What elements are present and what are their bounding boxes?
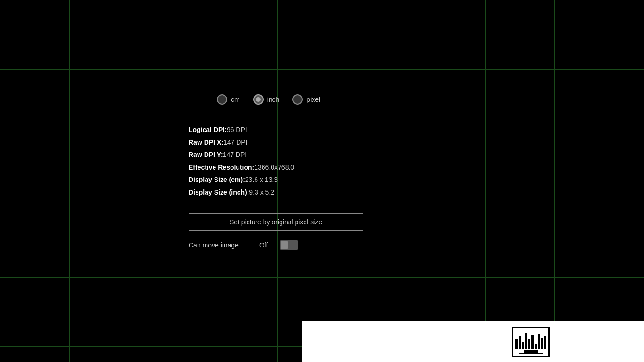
raw-dpi-y-label: Raw DPI Y: bbox=[189, 151, 223, 158]
can-move-image-row: Can move image Off bbox=[189, 240, 471, 250]
display-size-cm-label: Display Size (cm): bbox=[189, 176, 245, 183]
radio-inch-circle bbox=[253, 94, 264, 105]
bottom-panel bbox=[302, 321, 644, 362]
display-size-inch-value: 9.3 x 5.2 bbox=[249, 189, 274, 196]
radio-inch-label: inch bbox=[267, 96, 280, 103]
bar-5 bbox=[528, 339, 530, 349]
radio-inch[interactable]: inch bbox=[253, 94, 280, 105]
logical-dpi-row: Logical DPI:96 DPI bbox=[189, 123, 471, 136]
raw-dpi-y-value: 147 DPI bbox=[223, 151, 247, 158]
logical-dpi-label: Logical DPI: bbox=[189, 126, 227, 133]
raw-dpi-x-label: Raw DPI X: bbox=[189, 139, 223, 146]
effective-resolution-row: Effective Resolution:1366.0x768.0 bbox=[189, 161, 471, 174]
bar-2 bbox=[519, 336, 521, 348]
bar-10 bbox=[544, 336, 546, 349]
bar-7 bbox=[535, 344, 537, 349]
radio-cm-circle bbox=[217, 94, 227, 105]
monitor-base bbox=[519, 353, 543, 354]
radio-pixel-circle bbox=[292, 94, 303, 105]
radio-cm-label: cm bbox=[231, 96, 240, 103]
display-size-cm-row: Display Size (cm):23.6 x 13.3 bbox=[189, 173, 471, 186]
radio-cm[interactable]: cm bbox=[217, 94, 240, 105]
display-info: Logical DPI:96 DPI Raw DPI X:147 DPI Raw… bbox=[189, 123, 471, 199]
bar-6 bbox=[531, 335, 534, 349]
radio-pixel-label: pixel bbox=[306, 96, 320, 103]
unit-radio-group: cm inch pixel bbox=[189, 94, 471, 105]
main-panel: cm inch pixel Logical DPI:96 DPI Raw DPI… bbox=[189, 94, 471, 250]
bar-1 bbox=[515, 339, 518, 348]
display-size-cm-value: 23.6 x 13.3 bbox=[245, 176, 278, 183]
bar-3 bbox=[522, 342, 524, 349]
logical-dpi-value: 96 DPI bbox=[227, 126, 247, 133]
can-move-image-state: Off bbox=[259, 241, 268, 249]
histogram-bars bbox=[515, 332, 546, 349]
display-size-inch-label: Display Size (inch): bbox=[189, 189, 249, 196]
raw-dpi-x-row: Raw DPI X:147 DPI bbox=[189, 136, 471, 149]
bar-9 bbox=[541, 338, 543, 349]
monitor-icon bbox=[512, 327, 550, 357]
radio-pixel[interactable]: pixel bbox=[292, 94, 320, 105]
bar-4 bbox=[525, 333, 527, 348]
raw-dpi-x-value: 147 DPI bbox=[223, 139, 248, 146]
display-size-inch-row: Display Size (inch):9.3 x 5.2 bbox=[189, 186, 471, 199]
can-move-image-toggle[interactable] bbox=[280, 240, 298, 250]
bar-8 bbox=[538, 334, 540, 349]
set-picture-button[interactable]: Set picture by original pixel size bbox=[189, 213, 363, 231]
can-move-image-label: Can move image bbox=[189, 241, 245, 249]
effective-resolution-value: 1366.0x768.0 bbox=[254, 164, 294, 171]
raw-dpi-y-row: Raw DPI Y:147 DPI bbox=[189, 148, 471, 161]
effective-resolution-label: Effective Resolution: bbox=[189, 164, 254, 171]
